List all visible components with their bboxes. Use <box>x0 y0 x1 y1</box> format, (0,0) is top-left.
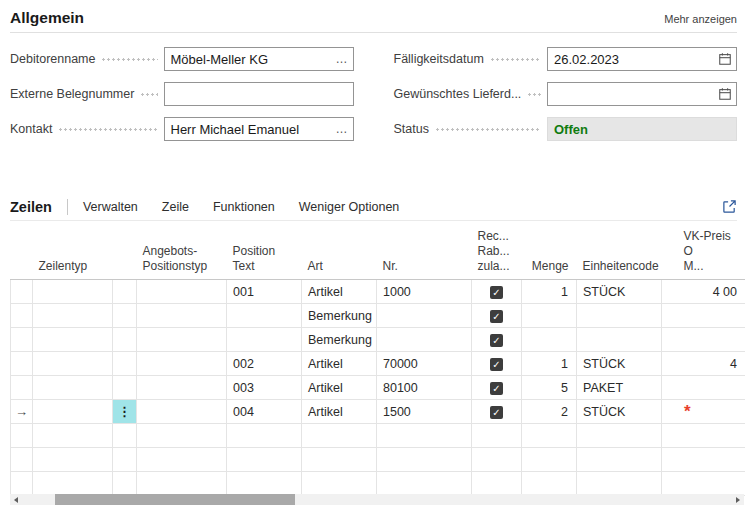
gewuenschtes-lieferdatum-input[interactable] <box>547 82 737 106</box>
cell-angebots[interactable] <box>137 304 227 328</box>
cell-dots[interactable] <box>113 328 137 352</box>
cell-position-text[interactable] <box>227 304 302 328</box>
cell-art[interactable] <box>302 472 377 496</box>
horizontal-scrollbar[interactable] <box>10 494 744 505</box>
cell-menge[interactable]: 1 <box>522 280 577 304</box>
cell-angebots[interactable] <box>137 352 227 376</box>
cell-zeilentyp[interactable] <box>33 304 113 328</box>
cell-dots[interactable] <box>113 472 137 496</box>
cell-einheitencode[interactable] <box>577 328 662 352</box>
cell-position-text[interactable]: 004 <box>227 400 302 424</box>
cell-position-text[interactable] <box>227 448 302 472</box>
cell-art[interactable]: Bemerkung <box>302 328 377 352</box>
required-field-marker[interactable]: * <box>662 400 745 424</box>
cell-art[interactable]: Artikel <box>302 280 377 304</box>
cell-preis[interactable] <box>662 424 745 448</box>
cell-art[interactable] <box>302 424 377 448</box>
cell-menge[interactable]: 1 <box>522 352 577 376</box>
cell-menge[interactable] <box>522 424 577 448</box>
cell-zeilentyp[interactable] <box>33 280 113 304</box>
cell-position-text[interactable]: 003 <box>227 376 302 400</box>
header-position-text[interactable]: Position Text <box>227 227 302 280</box>
invoice-discount-checkbox[interactable]: ✓ <box>490 382 503 395</box>
cell-rabatt[interactable] <box>472 448 522 472</box>
calendar-button[interactable] <box>714 83 736 105</box>
cell-nr[interactable]: 70000 <box>377 352 472 376</box>
cell-sel[interactable] <box>11 328 33 352</box>
cell-zeilentyp[interactable] <box>33 376 113 400</box>
cell-einheitencode[interactable] <box>577 448 662 472</box>
cell-einheitencode[interactable]: STÜCK <box>577 400 662 424</box>
cell-position-text[interactable] <box>227 424 302 448</box>
cell-zeilentyp[interactable] <box>33 352 113 376</box>
cell-art[interactable] <box>302 448 377 472</box>
header-nr[interactable]: Nr. <box>377 227 472 280</box>
cell-nr[interactable] <box>377 424 472 448</box>
cell-menge[interactable] <box>522 472 577 496</box>
cell-zeilentyp[interactable] <box>33 328 113 352</box>
cell-zeilentyp[interactable] <box>33 472 113 496</box>
cell-sel[interactable] <box>11 376 33 400</box>
cell-preis[interactable] <box>662 376 745 400</box>
cell-dots[interactable] <box>113 280 137 304</box>
cell-art[interactable]: Bemerkung <box>302 304 377 328</box>
cell-einheitencode[interactable]: STÜCK <box>577 280 662 304</box>
cell-angebots[interactable] <box>137 328 227 352</box>
cell-einheitencode[interactable] <box>577 472 662 496</box>
cell-preis[interactable] <box>662 448 745 472</box>
kontakt-input[interactable] <box>164 117 354 141</box>
scroll-track[interactable] <box>22 494 732 505</box>
cell-rabatt[interactable] <box>472 472 522 496</box>
cell-nr[interactable]: 1500 <box>377 400 472 424</box>
cell-position-text[interactable]: 001 <box>227 280 302 304</box>
cell-preis[interactable] <box>662 472 745 496</box>
invoice-discount-checkbox[interactable]: ✓ <box>490 406 503 419</box>
cell-preis[interactable] <box>662 304 745 328</box>
cell-rabatt[interactable]: ✓ <box>472 304 522 328</box>
cell-art[interactable]: Artikel <box>302 352 377 376</box>
cell-rabatt[interactable]: ✓ <box>472 328 522 352</box>
open-in-new-window-button[interactable] <box>722 199 737 214</box>
cell-art[interactable]: Artikel <box>302 400 377 424</box>
scroll-left-button[interactable] <box>10 494 22 505</box>
header-art[interactable]: Art <box>302 227 377 280</box>
cell-rabatt[interactable] <box>472 424 522 448</box>
cell-einheitencode[interactable] <box>577 424 662 448</box>
cell-nr[interactable]: 1000 <box>377 280 472 304</box>
invoice-discount-checkbox[interactable]: ✓ <box>490 286 503 299</box>
cell-nr[interactable] <box>377 304 472 328</box>
cell-dots[interactable] <box>113 352 137 376</box>
debitorenname-input[interactable] <box>164 47 354 71</box>
scroll-thumb[interactable] <box>55 494 295 505</box>
cell-position-text[interactable]: 002 <box>227 352 302 376</box>
cell-preis[interactable]: 4 <box>662 352 745 376</box>
cell-dots[interactable] <box>113 448 137 472</box>
header-angebots-positionstyp[interactable]: Angebots- Positionstyp <box>137 227 227 280</box>
cell-nr[interactable] <box>377 328 472 352</box>
assist-edit-button[interactable]: … <box>331 48 353 70</box>
cell-sel[interactable] <box>11 280 33 304</box>
cell-einheitencode[interactable]: PAKET <box>577 376 662 400</box>
cell-rabatt[interactable]: ✓ <box>472 280 522 304</box>
cell-rabatt[interactable]: ✓ <box>472 400 522 424</box>
cell-menge[interactable] <box>522 448 577 472</box>
cell-zeilentyp[interactable] <box>33 448 113 472</box>
row-options-button[interactable]: ⋮ <box>113 400 137 424</box>
menu-zeile[interactable]: Zeile <box>162 200 189 214</box>
header-rechnungsrabatt[interactable]: Rec... Rab... zula... <box>472 227 522 280</box>
cell-angebots[interactable] <box>137 448 227 472</box>
cell-nr[interactable]: 80100 <box>377 376 472 400</box>
cell-sel[interactable] <box>11 424 33 448</box>
cell-einheitencode[interactable] <box>577 304 662 328</box>
header-einheitencode[interactable]: Einheitencode <box>577 227 662 280</box>
cell-art[interactable]: Artikel <box>302 376 377 400</box>
cell-nr[interactable] <box>377 472 472 496</box>
assist-edit-button[interactable]: … <box>331 118 353 140</box>
cell-sel[interactable] <box>11 472 33 496</box>
header-zeilentyp[interactable]: Zeilentyp <box>33 227 113 280</box>
cell-einheitencode[interactable]: STÜCK <box>577 352 662 376</box>
cell-preis[interactable] <box>662 328 745 352</box>
calendar-button[interactable] <box>714 48 736 70</box>
cell-zeilentyp[interactable] <box>33 424 113 448</box>
header-vk-preis[interactable]: VK-Preis O M... <box>662 227 745 280</box>
